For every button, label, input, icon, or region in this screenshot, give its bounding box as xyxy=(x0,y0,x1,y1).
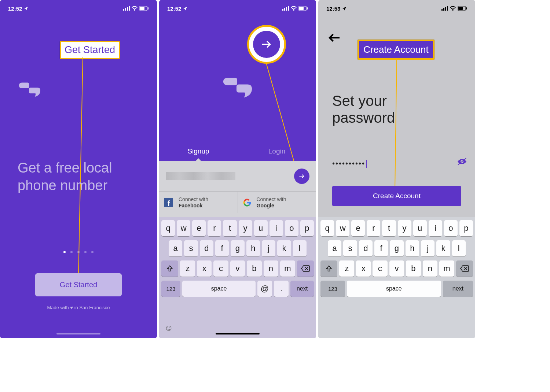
key-g[interactable]: g xyxy=(231,240,244,256)
svg-rect-1 xyxy=(125,8,126,11)
key-w[interactable]: w xyxy=(177,220,190,236)
key-a[interactable]: a xyxy=(328,240,341,256)
key-m[interactable]: m xyxy=(280,260,295,277)
get-started-button[interactable]: Get Started xyxy=(35,273,122,296)
battery-icon xyxy=(139,6,149,11)
key-i[interactable]: i xyxy=(270,220,283,236)
key-z[interactable]: z xyxy=(180,260,195,277)
arrow-right-icon xyxy=(260,38,273,51)
key-123[interactable]: 123 xyxy=(320,281,345,297)
key-a[interactable]: a xyxy=(169,240,182,256)
key-w[interactable]: w xyxy=(336,220,349,236)
key-next[interactable]: next xyxy=(290,281,314,297)
screen-signup: 12:52 Signup Login f xyxy=(159,0,316,338)
key-b[interactable]: b xyxy=(406,260,421,277)
key-o[interactable]: o xyxy=(444,220,458,236)
emoji-key[interactable]: ☺ xyxy=(164,323,173,333)
key-k[interactable]: k xyxy=(277,240,291,256)
key-c[interactable]: c xyxy=(213,260,228,277)
svg-rect-6 xyxy=(148,7,148,10)
facebook-icon: f xyxy=(164,198,173,207)
screen-onboarding: 12:52 Get Started Get a free local phone… xyxy=(0,0,157,338)
key-next[interactable]: next xyxy=(443,281,473,297)
key-shift[interactable] xyxy=(320,260,338,277)
home-indicator[interactable] xyxy=(216,333,260,334)
key-f[interactable]: f xyxy=(374,240,388,256)
key-u[interactable]: u xyxy=(254,220,268,236)
key-m[interactable]: m xyxy=(439,260,454,277)
password-input[interactable]: •••••••••• xyxy=(332,158,461,170)
svg-line-15 xyxy=(266,63,298,177)
key-o[interactable]: o xyxy=(285,220,298,236)
key-p[interactable]: p xyxy=(300,220,314,236)
key-d[interactable]: d xyxy=(200,240,213,256)
callout-next-circle xyxy=(247,25,286,64)
battery-icon xyxy=(298,6,308,11)
key-c[interactable]: c xyxy=(373,260,387,277)
text-cursor xyxy=(366,160,367,168)
key-j[interactable]: j xyxy=(262,240,275,256)
tab-signup[interactable]: Signup xyxy=(159,144,238,158)
create-account-button[interactable]: Create Account xyxy=(332,186,461,206)
wifi-icon xyxy=(450,6,456,11)
key-v[interactable]: v xyxy=(389,260,404,277)
svg-rect-14 xyxy=(307,7,308,10)
key-s[interactable]: s xyxy=(184,240,198,256)
key-b[interactable]: b xyxy=(247,260,261,277)
key-z[interactable]: z xyxy=(339,260,354,277)
status-time: 12:53 xyxy=(326,5,340,12)
wifi-icon xyxy=(291,6,297,11)
signup-panel: f Connect with Facebook Connect with Goo… xyxy=(159,161,316,338)
tab-login[interactable]: Login xyxy=(238,144,316,158)
auth-tabs: Signup Login xyxy=(159,144,316,158)
key-e[interactable]: e xyxy=(192,220,206,236)
svg-rect-17 xyxy=(443,8,444,11)
key-backspace[interactable] xyxy=(456,260,473,277)
key-q[interactable]: q xyxy=(320,220,334,236)
next-button[interactable] xyxy=(294,169,309,184)
key-r[interactable]: r xyxy=(208,220,221,236)
screen-set-password: 12:53 Create Account Set your password •… xyxy=(318,0,475,338)
key-k[interactable]: k xyxy=(436,240,450,256)
key-shift[interactable] xyxy=(161,260,179,277)
key-u[interactable]: u xyxy=(413,220,427,236)
key-backspace[interactable] xyxy=(297,260,314,277)
cellular-icon xyxy=(282,6,289,11)
key-h[interactable]: h xyxy=(246,240,260,256)
key-i[interactable]: i xyxy=(429,220,442,236)
key-q[interactable]: q xyxy=(161,220,175,236)
key-v[interactable]: v xyxy=(230,260,245,277)
email-input[interactable] xyxy=(166,172,235,180)
key-dot[interactable]: . xyxy=(274,281,289,297)
key-d[interactable]: d xyxy=(359,240,373,256)
key-y[interactable]: y xyxy=(398,220,411,236)
key-f[interactable]: f xyxy=(215,240,229,256)
home-indicator[interactable] xyxy=(56,333,100,334)
key-x[interactable]: x xyxy=(356,260,371,277)
key-t[interactable]: t xyxy=(382,220,396,236)
svg-rect-19 xyxy=(447,6,448,11)
key-h[interactable]: h xyxy=(406,240,419,256)
key-x[interactable]: x xyxy=(197,260,212,277)
key-at[interactable]: @ xyxy=(257,281,272,297)
toggle-password-visibility[interactable] xyxy=(457,158,467,166)
key-s[interactable]: s xyxy=(343,240,357,256)
key-y[interactable]: y xyxy=(239,220,252,236)
callout-get-started: Get Started xyxy=(60,41,120,59)
back-button[interactable] xyxy=(329,34,340,42)
connect-google-button[interactable]: Connect with Google xyxy=(238,192,316,213)
key-123[interactable]: 123 xyxy=(161,281,180,297)
key-t[interactable]: t xyxy=(223,220,236,236)
key-j[interactable]: j xyxy=(421,240,434,256)
key-n[interactable]: n xyxy=(423,260,437,277)
key-r[interactable]: r xyxy=(367,220,380,236)
key-g[interactable]: g xyxy=(390,240,403,256)
key-l[interactable]: l xyxy=(452,240,466,256)
key-e[interactable]: e xyxy=(351,220,365,236)
key-l[interactable]: l xyxy=(293,240,307,256)
key-space[interactable]: space xyxy=(182,281,256,297)
key-p[interactable]: p xyxy=(459,220,473,236)
key-n[interactable]: n xyxy=(264,260,278,277)
connect-facebook-button[interactable]: f Connect with Facebook xyxy=(159,192,238,213)
key-space[interactable]: space xyxy=(347,281,441,297)
